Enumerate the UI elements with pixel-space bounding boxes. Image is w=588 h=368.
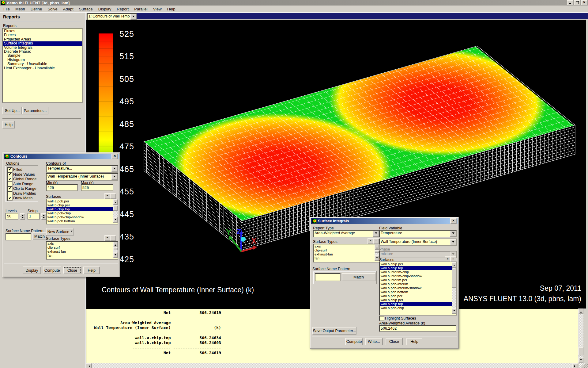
setup-input[interactable]: 1: [28, 213, 40, 220]
list-item[interactable]: fan: [47, 254, 118, 258]
chevron-down-icon[interactable]: [450, 239, 456, 245]
list-item[interactable]: axis: [314, 244, 379, 248]
global-range-checkbox[interactable]: [7, 177, 13, 182]
help-button[interactable]: Help: [83, 266, 100, 274]
surface-name-pattern-input[interactable]: [6, 233, 31, 240]
surface-integrals-titlebar[interactable]: Surface Integrals ✕: [311, 218, 458, 224]
list-item[interactable]: Fluxes: [3, 29, 82, 33]
chevron-down-icon[interactable]: [111, 174, 118, 180]
menu-file[interactable]: File: [1, 6, 13, 12]
help-button[interactable]: Help: [406, 338, 422, 345]
scroll-up-icon[interactable]: [375, 244, 379, 250]
list-item[interactable]: wall.b.pcb-chip: [47, 211, 118, 215]
list-item[interactable]: wall.a.chip.top: [380, 266, 456, 270]
surface-name-pattern-input[interactable]: [315, 273, 341, 281]
close-button[interactable]: Close: [63, 266, 81, 274]
list-item[interactable]: Histogram: [3, 58, 82, 62]
parameters-button[interactable]: Parameters...: [22, 107, 48, 114]
surface-types-listbox[interactable]: axis clip-surf exhaust-fan fan: [313, 244, 380, 263]
list-item[interactable]: wall.b.chip.top: [380, 302, 456, 306]
list-item[interactable]: Discrete Phase:: [3, 50, 82, 54]
scroll-down-icon[interactable]: [113, 252, 118, 258]
scrollbar-thumb[interactable]: [578, 347, 583, 355]
list-item[interactable]: Sample: [3, 54, 82, 58]
chevron-down-icon[interactable]: [111, 166, 118, 172]
list-item[interactable]: wall.a.chip.per: [380, 262, 456, 266]
list-item[interactable]: Projected Areas: [3, 37, 82, 41]
list-item[interactable]: wall.a.pcb.per: [380, 294, 456, 298]
help-button[interactable]: Help: [2, 121, 15, 128]
list-scrollbar[interactable]: [375, 244, 379, 261]
report-type-dropdown[interactable]: Area-Weighted Average: [313, 230, 380, 237]
list-item[interactable]: wall.a.pcb.bottom: [380, 290, 456, 294]
list-scrollbar[interactable]: [452, 262, 456, 314]
scroll-down-icon[interactable]: [578, 358, 583, 363]
contours-dialog-titlebar[interactable]: Contours ✕: [4, 154, 119, 159]
scroll-up-icon[interactable]: [578, 309, 583, 314]
min-input[interactable]: 425: [46, 184, 78, 191]
close-icon[interactable]: ✕: [450, 218, 457, 224]
list-item[interactable]: wall.b.pcb-chip: [380, 306, 456, 310]
field-subvariable-dropdown[interactable]: Wall Temperature (Inner Surface): [379, 239, 457, 246]
surface-types-select-button[interactable]: =: [373, 238, 379, 244]
list-item[interactable]: wall.b.pcb-chip-shadow: [47, 215, 118, 219]
menu-parallel[interactable]: Parallel: [131, 6, 150, 12]
save-output-parameter-button[interactable]: Save Output Parameter...: [312, 327, 356, 335]
list-item[interactable]: wall.a.pcb.per: [47, 199, 118, 203]
console-horizontal-scrollbar[interactable]: [86, 363, 578, 368]
menu-adapt[interactable]: Adapt: [60, 6, 76, 12]
close-button[interactable]: ✕: [581, 0, 587, 6]
match-button[interactable]: Match: [32, 232, 47, 240]
new-surface-button[interactable]: New Surface: [46, 228, 74, 236]
spin-down-icon[interactable]: [20, 217, 25, 220]
list-scrollbar[interactable]: [113, 199, 118, 223]
write-button[interactable]: Write...: [365, 338, 383, 345]
list-item[interactable]: Summary - Unavailable: [3, 62, 82, 66]
spin-up-icon[interactable]: [20, 213, 25, 217]
scrollbar-track[interactable]: [578, 314, 583, 358]
match-button[interactable]: Match: [342, 273, 375, 281]
set-up-button[interactable]: Set Up...: [2, 107, 22, 114]
list-item[interactable]: Volume Integrals: [3, 46, 82, 50]
surface-types-menu-button[interactable]: ≡: [368, 238, 374, 244]
max-input[interactable]: 525: [81, 184, 113, 191]
list-item[interactable]: wall.a.interim.per: [380, 278, 456, 282]
field-variable-dropdown[interactable]: Temperature...: [379, 230, 457, 237]
menu-display[interactable]: Display: [96, 6, 114, 12]
spin-down-icon[interactable]: [41, 217, 46, 220]
list-item[interactable]: wall.b.pcb.bottom: [47, 219, 118, 223]
surface-types-menu-button[interactable]: ≡: [104, 235, 111, 241]
surfaces-listbox[interactable]: wall.a.pcb.per wall.b.chip.per wall.b.ch…: [46, 199, 118, 224]
menu-mesh[interactable]: Mesh: [13, 6, 28, 12]
close-icon[interactable]: ✕: [111, 154, 118, 159]
menu-help[interactable]: Help: [164, 6, 178, 12]
surfaces-list-menu-button[interactable]: ≡: [104, 193, 111, 199]
list-item[interactable]: wall.b.chip.top: [47, 207, 118, 211]
list-item[interactable]: exhaust-fan: [314, 252, 379, 256]
compute-button[interactable]: Compute: [345, 338, 363, 345]
reports-listbox[interactable]: Fluxes Forces Projected Areas Surface In…: [2, 28, 83, 103]
list-item[interactable]: axis: [47, 242, 118, 246]
scroll-up-icon[interactable]: [113, 242, 118, 247]
scroll-left-icon[interactable]: [86, 363, 92, 368]
list-item[interactable]: wall.a.pcb-interim: [380, 282, 456, 286]
draw-mesh-checkbox[interactable]: [7, 196, 13, 201]
chevron-down-icon[interactable]: [373, 231, 379, 237]
surfaces-select-button[interactable]: =: [110, 193, 116, 199]
list-item[interactable]: Forces: [3, 33, 82, 37]
list-scrollbar[interactable]: [113, 242, 118, 258]
maximize-button[interactable]: [574, 0, 580, 6]
menu-solve[interactable]: Solve: [45, 6, 60, 12]
filled-checkbox[interactable]: [7, 167, 13, 172]
list-item[interactable]: wall.a.interim-chip-shadow: [380, 274, 456, 278]
chevron-down-icon[interactable]: [450, 231, 456, 237]
spin-up-icon[interactable]: [41, 213, 46, 217]
display-button[interactable]: Display: [23, 266, 41, 274]
highlight-surfaces-checkbox[interactable]: [379, 316, 384, 321]
surface-types-select-button[interactable]: =: [110, 235, 116, 241]
chevron-down-icon[interactable]: [130, 14, 137, 20]
contours-subfield-dropdown[interactable]: Wall Temperature (Inner Surface): [46, 173, 118, 181]
clip-to-range-checkbox[interactable]: [7, 186, 13, 191]
levels-stepper[interactable]: [20, 213, 25, 220]
scroll-up-icon[interactable]: [452, 262, 456, 268]
